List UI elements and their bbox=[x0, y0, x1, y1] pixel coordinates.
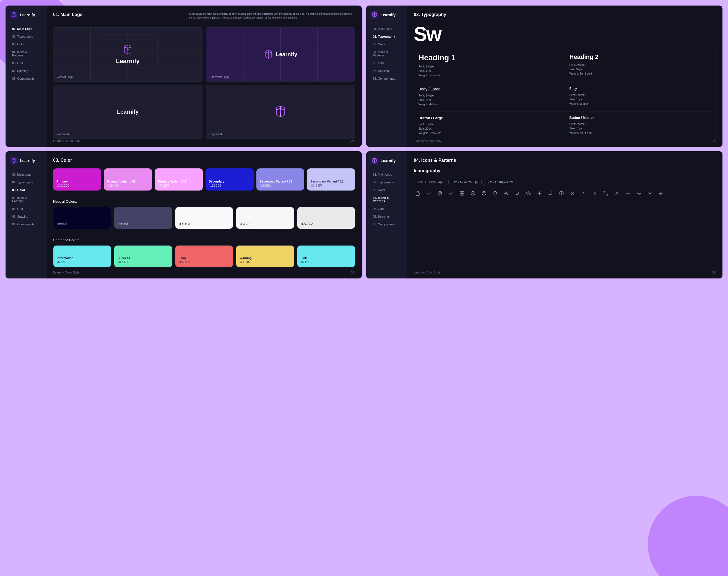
neutral-color-row: #030329 #434365 #F8F9FA #F7F7F7 #EAEAEA bbox=[53, 207, 355, 229]
typo-sidebar-typography[interactable]: 02. Typography bbox=[371, 33, 402, 40]
typo-button-medium-text: Button / Medium bbox=[569, 116, 711, 120]
semantic-link-label: Link bbox=[301, 256, 352, 260]
panel-typography: Learnify 01. Main Logo 02. Typography 03… bbox=[366, 5, 723, 147]
arrow-up-right-icon bbox=[613, 190, 621, 197]
icon-size-medium: Size / M: 32px-32px bbox=[448, 179, 481, 185]
close-circle-icon bbox=[480, 190, 488, 197]
typo-heading2-size: Size: 32px bbox=[569, 67, 711, 71]
icons-section-title: 04. Icons & Patterns bbox=[414, 158, 716, 163]
neutral-dark-hex: #030329 bbox=[57, 222, 108, 225]
lock-icon bbox=[414, 190, 422, 197]
svg-rect-22 bbox=[462, 191, 464, 193]
typo-sidebar-color[interactable]: 03. Color bbox=[371, 41, 402, 48]
secondary-hex: #1D1DD6 bbox=[209, 184, 250, 187]
semantic-color-row: Information #65E9EF Success #65EFB8 Erro… bbox=[53, 245, 355, 267]
sidebar-item-grid[interactable]: 05. Grid bbox=[10, 60, 42, 66]
neutral-light1-hex: #F8F9FA bbox=[179, 222, 230, 225]
color-sidebar-icons[interactable]: 04. Icons & Patterns bbox=[10, 194, 42, 204]
settings-icon bbox=[502, 190, 510, 197]
typo-section-title: 02. Typography bbox=[414, 12, 716, 17]
color-sidebar-spacing[interactable]: 06. Spacing bbox=[10, 213, 42, 220]
secondary-variant02-card: Secondary Variant / 02 #C4C4F7 bbox=[307, 168, 355, 191]
typo-footer-label: Learnify Typography bbox=[414, 139, 441, 142]
svg-rect-23 bbox=[460, 194, 461, 195]
color-sidebar-main-logo[interactable]: 01. Main Logo bbox=[10, 171, 42, 178]
logo-hint-text: Clear space prevents type, imagery or ot… bbox=[189, 12, 355, 20]
typo-body-large-weight: Weight: Medium bbox=[419, 102, 560, 107]
svg-rect-19 bbox=[416, 193, 419, 196]
typo-preview-text: Sw bbox=[414, 23, 716, 45]
svg-rect-21 bbox=[460, 191, 461, 193]
svg-point-15 bbox=[280, 111, 281, 113]
icons-sidebar-spacing[interactable]: 06. Spacing bbox=[371, 213, 402, 220]
icon-size-small: Size / S: 24px-24px bbox=[414, 179, 446, 185]
icons-sidebar-main-logo[interactable]: 01. Main Logo bbox=[371, 171, 402, 178]
logo-mark: Learnify bbox=[10, 11, 42, 19]
color-sidebar-components[interactable]: 06. Components bbox=[10, 221, 42, 228]
arrow-left-icon bbox=[657, 190, 665, 197]
grid-icon bbox=[458, 190, 466, 197]
icons-sidebar-typography[interactable]: 02. Typography bbox=[371, 179, 402, 185]
semantic-success-hex: #65EFB8 bbox=[117, 261, 168, 264]
primary-color-card: Primary #CC1CD0 bbox=[53, 168, 101, 191]
color-sidebar-color[interactable]: 03. Color bbox=[10, 186, 42, 193]
secondary-v01-hex: #8986E8 bbox=[260, 184, 301, 187]
typo-heading1-size: Size: 32px bbox=[419, 69, 560, 73]
undo-icon bbox=[513, 190, 521, 197]
typo-sidebar-grid[interactable]: 05. Grid bbox=[371, 60, 402, 66]
wordmark-card: Learnify Wordmark bbox=[53, 85, 202, 139]
primary-v02-hex: #F8A3FF bbox=[158, 184, 199, 187]
sidebar-item-components[interactable]: 06. Components bbox=[10, 75, 42, 82]
typo-sidebar-logo-text: Learnify bbox=[381, 13, 395, 17]
x-icon bbox=[569, 190, 577, 197]
typo-button-large-font: Font: Switzer bbox=[419, 122, 560, 127]
sidebar-color: Learnify 01. Main Logo 02. Typography 03… bbox=[5, 151, 47, 279]
sidebar-item-color[interactable]: 03. Color bbox=[10, 41, 42, 48]
color-sidebar-grid[interactable]: 05. Grid bbox=[10, 205, 42, 212]
typo-sidebar-main-logo[interactable]: 01. Main Logo bbox=[371, 25, 402, 32]
sidebar-item-main-logo[interactable]: 01. Main Logo bbox=[10, 25, 42, 32]
move-icon bbox=[635, 190, 643, 197]
chevron-left-icon bbox=[580, 190, 587, 197]
color-sidebar-typography[interactable]: 02. Typography bbox=[10, 179, 42, 185]
color-logo-icon bbox=[10, 157, 18, 165]
logo-footer-label: Learnify Brand Logo bbox=[53, 139, 81, 142]
neutral-light2-hex: #F7F7F7 bbox=[240, 222, 290, 225]
neutral-lightest-card: #EAEAEA bbox=[297, 207, 355, 229]
icons-sidebar-icons[interactable]: 04. Icons & Patterns bbox=[371, 194, 402, 204]
semantic-success-card: Success #65EFB8 bbox=[114, 245, 172, 267]
typo-sidebar-spacing[interactable]: 06. Spacing bbox=[371, 67, 402, 74]
sidebar-logo: Learnify 01. Main Logo 02. Typography 03… bbox=[5, 5, 47, 147]
logomark-label: Logo Mark bbox=[209, 133, 222, 136]
typo-sidebar-components[interactable]: 06. Components bbox=[371, 75, 402, 82]
primary-v01-hex: #E88AF0 bbox=[107, 184, 149, 187]
typo-body-font: Font: Switzer bbox=[569, 93, 711, 97]
main-grid: Learnify 01. Main Logo 02. Typography 03… bbox=[5, 5, 723, 279]
sidebar-logo-text: Learnify bbox=[20, 13, 35, 17]
icons-sidebar-components[interactable]: 06. Components bbox=[371, 221, 402, 228]
icons-sidebar-color[interactable]: 03. Color bbox=[371, 186, 402, 193]
iconography-label: Iconography: bbox=[414, 168, 716, 173]
typo-heading2-text: Heading 2 bbox=[569, 53, 711, 61]
typo-cell-button-medium: Button / Medium Font: Switzer Size: 18px… bbox=[565, 111, 716, 140]
typo-heading1-text: Heading 1 bbox=[419, 53, 560, 62]
icons-logo: Learnify bbox=[371, 157, 402, 165]
icons-sidebar-nav: 01. Main Logo 02. Typography 03. Color 0… bbox=[371, 171, 402, 228]
semantic-warning-hex: #EFD465 bbox=[240, 261, 290, 264]
primary-label: Primary bbox=[56, 180, 98, 183]
vertical-logo-label: Vertical Logo bbox=[57, 76, 73, 79]
typo-button-large-weight: Weight: Semi-Bold bbox=[419, 131, 560, 136]
sidebar-item-icons[interactable]: 04. Icons & Patterns bbox=[10, 49, 42, 59]
typo-sidebar-icons[interactable]: 04. Icons & Patterns bbox=[371, 49, 402, 59]
sidebar-item-spacing[interactable]: 06. Spacing bbox=[10, 67, 42, 74]
learnify-logo-icon bbox=[10, 11, 18, 19]
minus-icon bbox=[469, 190, 477, 197]
sidebar-nav: 01. Main Logo 02. Typography 03. Color 0… bbox=[10, 25, 42, 82]
primary-variant01-card: Primary Variant / 01 #E88AF0 bbox=[104, 168, 152, 191]
icons-sidebar-grid[interactable]: 05. Grid bbox=[371, 205, 402, 212]
sidebar-item-typography[interactable]: 02. Typography bbox=[10, 33, 42, 40]
typo-footer-num: 02. bbox=[712, 139, 716, 142]
logomark-card: Logo Mark bbox=[206, 85, 355, 139]
icon-size-large: Size / L: 40px-40px bbox=[484, 179, 516, 185]
semantic-link-card: Link #65E9EF bbox=[297, 245, 355, 267]
